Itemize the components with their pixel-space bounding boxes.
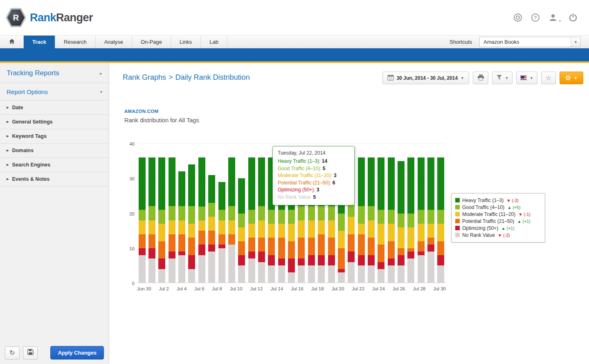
campaign-selector[interactable]: Amazon Books ▼ xyxy=(479,37,581,47)
bar-segment xyxy=(338,231,345,248)
tab-on-page[interactable]: On-Page xyxy=(132,36,171,48)
help-icon[interactable]: ? xyxy=(530,12,541,23)
bar-segment xyxy=(398,265,405,283)
chevron-down-icon: ▼ xyxy=(461,76,464,80)
bar-jul-23[interactable] xyxy=(368,157,375,283)
bar-jul-12[interactable] xyxy=(258,157,265,283)
x-axis-label xyxy=(222,286,230,291)
bar-segment xyxy=(139,157,146,210)
bar-jun-30[interactable] xyxy=(139,157,146,283)
user-menu[interactable]: ▾ xyxy=(548,12,561,23)
tab-links[interactable]: Links xyxy=(171,36,201,48)
bar-segment xyxy=(328,206,335,220)
legend-row-no-rank-value[interactable]: No Rank Value ▼ (-3) xyxy=(455,231,541,238)
tab-track[interactable]: Track xyxy=(24,36,55,48)
top-header: R RankRanger ? ▾ xyxy=(0,0,589,35)
legend-swatch-icon xyxy=(455,219,460,223)
sidebar-item-date[interactable]: ▶Date xyxy=(0,100,109,115)
legend-row-optimizing-50[interactable]: Optimizing (50+) ▲ (+1) xyxy=(455,225,541,231)
bar-jul-1[interactable] xyxy=(148,157,155,283)
bar-jul-4[interactable] xyxy=(178,171,185,283)
export-button[interactable]: ▼ xyxy=(492,72,513,84)
breadcrumb-parent[interactable]: Rank Graphs xyxy=(123,73,166,81)
x-axis-label xyxy=(324,286,332,291)
x-axis-label: Jul 18 xyxy=(311,286,324,291)
bar-jul-2[interactable] xyxy=(158,157,165,283)
arrow-down-icon: ▼ (-3) xyxy=(506,198,519,203)
sidebar-item-search-engines[interactable]: ▶Search Engines xyxy=(0,157,109,172)
bar-jul-26[interactable] xyxy=(398,161,405,283)
sidebar-item-general-settings[interactable]: ▶General Settings xyxy=(0,115,109,129)
power-icon[interactable] xyxy=(568,12,578,23)
settings-button[interactable]: ⚙ ▼ xyxy=(560,72,583,84)
bar-segment xyxy=(358,206,365,224)
bar-jul-9[interactable] xyxy=(228,157,235,283)
bar-segment xyxy=(318,220,325,234)
tooltip-row: Optimizing (50+): 3 xyxy=(278,186,349,194)
bar-jul-28[interactable] xyxy=(418,157,425,283)
rankranger-logo[interactable]: R RankRanger xyxy=(6,7,93,28)
tab-lab[interactable]: Lab xyxy=(201,36,227,48)
bar-jul-7[interactable] xyxy=(208,175,215,283)
bar-segment xyxy=(169,252,175,258)
bar-segment xyxy=(368,220,375,238)
bar-jul-5[interactable] xyxy=(188,164,195,283)
bar-slot xyxy=(217,144,227,283)
bar-segment xyxy=(418,224,425,241)
support-icon[interactable] xyxy=(513,12,523,23)
bar-segment xyxy=(368,157,375,206)
tooltip-row-label: Moderate Traffic (11–20): xyxy=(278,173,334,178)
chevron-right-icon: ▶ xyxy=(7,106,9,109)
bar-segment xyxy=(368,206,375,220)
rank-distribution-chart: Tuesday, Jul 22, 2014 Heavy Traffic (1–3… xyxy=(137,144,446,283)
shortcuts-label[interactable]: Shortcuts xyxy=(450,39,472,45)
sidebar-item-events-notes[interactable]: ▶Events & Notes xyxy=(0,172,109,186)
date-range-button[interactable]: 30 Jun, 2014 - 30 Jul, 2014 ▼ xyxy=(382,72,469,84)
print-button[interactable] xyxy=(473,72,488,84)
apply-changes-button[interactable]: Apply Changes xyxy=(50,346,104,360)
legend-row-moderate-traffic-11-20[interactable]: Moderate Traffic (11–20) ▼ (-1) xyxy=(455,211,541,218)
bar-segment xyxy=(437,241,444,255)
bar-jul-3[interactable] xyxy=(169,157,175,283)
sidebar-items: ▶Date▶General Settings▶Keyword Tags▶Doma… xyxy=(0,100,109,186)
report-options-header[interactable]: Report Options ▼ xyxy=(0,83,109,100)
legend-row-good-traffic-4-10[interactable]: Good Traffic (4–10) ▲ (+5) xyxy=(455,204,541,211)
bar-segment xyxy=(427,157,434,210)
chevron-down-icon: ▼ xyxy=(505,76,509,80)
bar-jul-8[interactable] xyxy=(218,182,225,283)
nav-home[interactable] xyxy=(0,36,24,48)
bar-segment xyxy=(148,220,155,234)
refresh-button[interactable]: ↻ xyxy=(5,346,20,360)
bar-slot xyxy=(137,144,147,283)
sidebar-item-keyword-tags[interactable]: ▶Keyword Tags xyxy=(0,129,109,143)
bar-segment xyxy=(338,213,345,231)
bar-slot xyxy=(406,144,416,283)
bar-segment xyxy=(427,210,434,224)
legend-row-potential-traffic-21-50[interactable]: Potential Traffic (21–50) ▲ (+1) xyxy=(455,218,541,225)
bar-segment xyxy=(218,234,225,245)
bar-jul-22[interactable] xyxy=(358,157,365,283)
legend-row-heavy-traffic-1-3[interactable]: Heavy Traffic (1–3) ▼ (-3) xyxy=(455,197,541,204)
favorite-button[interactable]: ☆ xyxy=(541,72,556,84)
bar-jul-29[interactable] xyxy=(427,157,434,283)
tab-research[interactable]: Research xyxy=(55,36,96,48)
bar-jul-24[interactable] xyxy=(378,157,384,283)
bar-segment xyxy=(258,252,265,262)
bar-jul-30[interactable] xyxy=(437,157,444,283)
bar-jul-11[interactable] xyxy=(248,157,255,283)
language-button[interactable]: ▼ xyxy=(516,72,537,84)
sidebar-item-domains[interactable]: ▶Domains xyxy=(0,143,109,157)
bar-jul-10[interactable] xyxy=(238,178,245,283)
bar-jul-27[interactable] xyxy=(407,157,414,283)
bar-jul-25[interactable] xyxy=(388,157,395,283)
tab-analyse[interactable]: Analyse xyxy=(96,36,132,48)
bar-segment xyxy=(208,245,215,252)
bar-jul-6[interactable] xyxy=(198,157,205,283)
bar-segment xyxy=(348,234,355,252)
save-button[interactable] xyxy=(23,346,38,360)
tooltip-title: Tuesday, Jul 22, 2014 xyxy=(278,150,349,156)
chevron-down-icon: ▼ xyxy=(574,76,578,80)
x-axis-label xyxy=(405,286,413,291)
sidebar-title[interactable]: Tracking Reports ► xyxy=(0,63,109,83)
bar-segment xyxy=(158,224,165,241)
